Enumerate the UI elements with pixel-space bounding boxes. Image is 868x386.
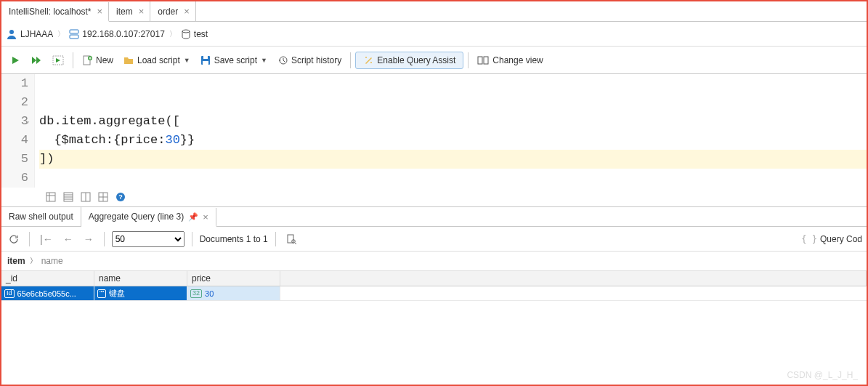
tab-label: Aggregate Query (line 3) bbox=[89, 212, 184, 222]
new-button[interactable]: New bbox=[78, 52, 118, 68]
view-icon-1[interactable] bbox=[45, 191, 57, 203]
objectid-type-icon: Id bbox=[4, 289, 15, 298]
document-count: Documents 1 to 1 bbox=[200, 234, 268, 244]
tab-label: IntelliShell: localhost* bbox=[9, 7, 91, 17]
code-content[interactable]: db.item.aggregate([ {$match:{price:30}} … bbox=[35, 74, 867, 188]
svg-point-3 bbox=[182, 30, 190, 33]
tab-intellishell[interactable]: IntelliShell: localhost* × bbox=[1, 2, 109, 22]
new-label: New bbox=[96, 55, 113, 65]
script-history-button[interactable]: Script history bbox=[273, 52, 346, 68]
tab-aggregate-query[interactable]: Aggregate Query (line 3) 📌 × bbox=[81, 208, 216, 227]
load-script-button[interactable]: Load script ▼ bbox=[119, 52, 195, 68]
database-icon bbox=[181, 29, 191, 39]
help-icon[interactable]: ? bbox=[115, 191, 126, 203]
run-all-button[interactable] bbox=[26, 52, 46, 68]
chevron-right-icon: 〉 bbox=[28, 256, 38, 266]
svg-point-0 bbox=[9, 30, 14, 34]
svg-text:?: ? bbox=[118, 193, 123, 201]
connection-breadcrumb: LJHAAA 〉 192.168.0.107:27017 〉 test bbox=[1, 22, 867, 47]
results-toolbar: |← ← → 50 Documents 1 to 1 { }Query Cod bbox=[1, 227, 867, 252]
string-type-icon: "" bbox=[97, 289, 106, 298]
svg-rect-8 bbox=[203, 56, 208, 59]
enable-query-assist-button[interactable]: Enable Query Assist bbox=[355, 52, 463, 69]
breadcrumb-user: LJHAAA bbox=[20, 29, 53, 39]
close-icon[interactable]: × bbox=[97, 7, 102, 16]
svg-rect-14 bbox=[484, 57, 488, 64]
run-button[interactable] bbox=[6, 52, 25, 68]
user-icon bbox=[6, 28, 17, 40]
svg-rect-2 bbox=[70, 35, 78, 39]
svg-rect-29 bbox=[288, 235, 293, 243]
svg-point-12 bbox=[370, 62, 372, 63]
tab-label: Raw shell output bbox=[9, 212, 73, 222]
load-label: Load script bbox=[137, 55, 180, 65]
column-header-id[interactable]: _id bbox=[1, 271, 94, 286]
svg-rect-15 bbox=[46, 193, 55, 201]
result-tab-bar: Raw shell output Aggregate Query (line 3… bbox=[1, 206, 867, 227]
svg-point-11 bbox=[365, 57, 367, 58]
refresh-button[interactable] bbox=[6, 233, 22, 246]
view-icon-3[interactable] bbox=[80, 191, 92, 203]
int32-type-icon: 32 bbox=[190, 289, 202, 298]
chevron-down-icon: ▼ bbox=[261, 57, 267, 64]
breadcrumb-db: test bbox=[194, 29, 208, 39]
prev-page-button[interactable]: ← bbox=[60, 232, 76, 246]
cell-id[interactable]: Id 65e6cb5e055c... bbox=[1, 286, 94, 301]
tab-label: item bbox=[116, 7, 133, 17]
close-icon[interactable]: × bbox=[203, 212, 208, 222]
view-icon-2[interactable] bbox=[62, 191, 74, 203]
tab-order[interactable]: order × bbox=[150, 1, 196, 21]
find-button[interactable] bbox=[283, 233, 299, 246]
tab-label: order bbox=[158, 7, 178, 17]
svg-rect-1 bbox=[70, 30, 78, 33]
editor-toolbar: New Load script ▼ Save script ▼ Script h… bbox=[1, 47, 867, 74]
chevron-down-icon: ▼ bbox=[184, 57, 190, 64]
server-icon bbox=[69, 29, 79, 39]
svg-rect-9 bbox=[203, 61, 208, 65]
view-icon-4[interactable] bbox=[97, 191, 109, 203]
gutter: 1 2 3⌄ 4 5 6 bbox=[1, 74, 35, 188]
first-page-button[interactable]: |← bbox=[37, 232, 56, 246]
history-label: Script history bbox=[291, 55, 341, 65]
save-script-button[interactable]: Save script ▼ bbox=[196, 52, 272, 68]
cell-value: 键盘 bbox=[109, 288, 125, 299]
collection-name: item bbox=[7, 256, 25, 266]
cell-value: 65e6cb5e055c... bbox=[17, 289, 76, 298]
result-table: _id name price Id 65e6cb5e055c... "" 键盘 … bbox=[1, 271, 867, 345]
change-view-button[interactable]: Change view bbox=[473, 52, 547, 68]
column-header-name[interactable]: name bbox=[94, 271, 187, 286]
cell-price[interactable]: 32 30 bbox=[187, 286, 280, 301]
editor-tab-bar: IntelliShell: localhost* × item × order … bbox=[1, 1, 867, 22]
cell-value: 30 bbox=[205, 289, 214, 298]
chevron-right-icon: 〉 bbox=[168, 29, 178, 39]
cell-empty bbox=[280, 286, 867, 301]
limit-select[interactable]: 50 bbox=[112, 231, 184, 247]
run-selection-button[interactable] bbox=[48, 52, 68, 68]
tab-raw-output[interactable]: Raw shell output bbox=[1, 207, 81, 226]
result-breadcrumb: item 〉 name bbox=[1, 252, 867, 271]
tab-item[interactable]: item × bbox=[109, 1, 150, 21]
save-label: Save script bbox=[214, 55, 257, 65]
close-icon[interactable]: × bbox=[184, 7, 190, 16]
assist-label: Enable Query Assist bbox=[377, 55, 455, 65]
field-name: name bbox=[41, 256, 63, 266]
cell-name[interactable]: "" 键盘 bbox=[94, 286, 187, 301]
editor-status-icons: ? bbox=[1, 188, 867, 206]
watermark: CSDN @_L_J_H_ bbox=[787, 370, 858, 380]
column-header-empty bbox=[280, 271, 867, 286]
chevron-right-icon: 〉 bbox=[56, 29, 66, 39]
query-code-button[interactable]: { }Query Cod bbox=[801, 234, 862, 244]
fold-icon: ⌄ bbox=[25, 112, 30, 131]
svg-rect-13 bbox=[478, 57, 482, 64]
change-view-label: Change view bbox=[492, 55, 543, 65]
svg-line-31 bbox=[295, 243, 296, 244]
close-icon[interactable]: × bbox=[139, 7, 145, 16]
pin-icon[interactable]: 📌 bbox=[188, 212, 198, 222]
next-page-button[interactable]: → bbox=[81, 232, 97, 246]
code-editor[interactable]: 1 2 3⌄ 4 5 6 db.item.aggregate([ {$match… bbox=[1, 74, 867, 188]
column-header-price[interactable]: price bbox=[187, 271, 280, 286]
breadcrumb-host: 192.168.0.107:27017 bbox=[82, 29, 164, 39]
